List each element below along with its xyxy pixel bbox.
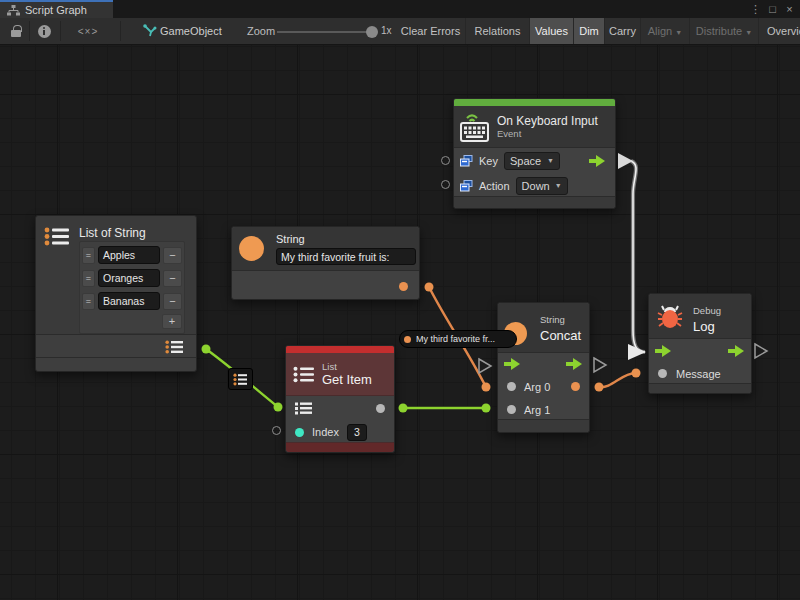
gameobject-icon [140,18,158,44]
flow-output-port[interactable] [566,358,583,370]
align-label: Align [648,25,672,37]
list-item-field[interactable]: Bananas [98,292,160,310]
input-binding-icon [460,180,473,192]
remove-item-button[interactable]: − [163,293,182,310]
node-string-literal[interactable]: String My third favorite fruit is: [231,226,420,300]
key-value: Space [510,155,541,167]
node-concat[interactable]: String Concat Arg 0 Arg 1 [497,302,590,433]
overview-button[interactable]: Overview [758,18,800,44]
node-title: String [276,233,305,245]
distribute-label: Distribute [696,25,742,37]
list-icon [293,366,315,383]
lock-button[interactable] [4,18,28,44]
string-type-icon [239,236,264,261]
chevron-down-icon: ▼ [555,182,562,189]
flow-output-port[interactable] [589,155,606,167]
string-value-field[interactable]: My third favorite fruit is: [276,248,416,265]
node-list-of-string[interactable]: List of String = Apples − = Oranges − = … [35,215,197,372]
tab-script-graph[interactable]: Script Graph [0,0,113,18]
wire-value-text: My third favorite fr... [416,334,495,344]
values-toggle-button[interactable]: Values [529,18,573,44]
node-title: Concat [540,328,581,343]
chevron-down-icon: ▼ [675,29,682,36]
index-input-port[interactable] [295,428,304,437]
distribute-dropdown[interactable]: Distribute ▼ [689,18,758,44]
input-binding-icon [460,155,473,167]
result-output-port[interactable] [571,382,580,391]
title-bar: Script Graph ⋮ □ × [0,0,800,18]
lock-icon [11,30,21,37]
menu-icon[interactable]: ⋮ [747,0,764,18]
flow-output-port[interactable] [728,345,745,357]
keyboard-icon [459,110,491,144]
add-item-button[interactable]: + [162,314,182,329]
node-on-keyboard-input[interactable]: On Keyboard Input Event Key Space ▼ [453,98,616,209]
zoom-slider-track[interactable] [277,31,367,33]
maximize-icon[interactable]: □ [764,0,781,18]
event-color-bar [454,99,615,106]
key-dropdown[interactable]: Space ▼ [504,152,560,170]
arg1-input-port[interactable] [507,405,516,414]
bug-icon [657,304,683,330]
code-view-icon: <×> [78,26,99,37]
node-subtitle: Event [497,128,598,139]
toolbar-separator [29,21,30,41]
zoom-label: Zoom [247,18,275,44]
zoom-slider-knob[interactable] [366,26,378,38]
zoom-value: 1x [381,18,392,44]
item-output-port[interactable] [376,404,385,413]
tab-title: Script Graph [25,4,87,16]
index-value-field[interactable]: 3 [347,424,367,441]
list-icon [44,227,71,246]
chevron-down-icon: ▼ [745,29,752,36]
graph-canvas[interactable]: On Keyboard Input Event Key Space ▼ [0,45,800,600]
wire-list-preview [228,368,253,390]
gameobject-label[interactable]: GameObject [160,18,222,44]
info-icon [38,25,51,38]
drag-handle[interactable]: = [82,247,95,264]
remove-item-button[interactable]: − [163,247,182,264]
string-value-dot [404,336,411,343]
window-controls: ⋮ □ × [747,0,798,18]
key-input-port[interactable] [441,156,450,165]
relations-button[interactable]: Relations [465,18,529,44]
drag-handle[interactable]: = [82,270,95,287]
arg0-label: Arg 0 [524,381,550,393]
arg0-input-port[interactable] [507,382,516,391]
action-dropdown[interactable]: Down ▼ [516,177,568,195]
node-get-item[interactable]: List Get Item Index 3 [285,345,395,453]
list-icon [233,373,248,386]
error-color-bar [286,346,394,353]
info-button[interactable] [32,18,56,44]
arg1-label: Arg 1 [524,404,550,416]
index-port-outer-ring[interactable] [272,426,281,435]
list-output-port[interactable] [165,340,184,354]
list-input-port[interactable] [295,402,312,415]
drag-handle[interactable]: = [82,293,95,310]
align-dropdown[interactable]: Align ▼ [640,18,689,44]
graph-icon [7,5,20,16]
node-footer [454,196,615,208]
toolbar-separator [120,21,121,41]
list-item-field[interactable]: Oranges [98,269,160,287]
toolbar-separator [60,21,61,41]
node-footer [498,419,589,432]
string-output-port[interactable] [399,282,408,291]
dim-toggle-button[interactable]: Dim [573,18,604,44]
message-input-port[interactable] [658,369,667,378]
flow-input-port[interactable] [655,345,672,357]
code-view-button[interactable]: <×> [62,18,114,44]
wire-value-preview: My third favorite fr... [399,330,517,348]
node-title: Log [693,319,715,334]
action-input-port[interactable] [441,180,450,189]
node-debug-log[interactable]: Debug Log Message [648,293,752,394]
action-value: Down [522,180,550,192]
node-footer [649,383,751,393]
carry-button[interactable]: Carry [604,18,640,44]
flow-input-port[interactable] [504,358,521,370]
clear-errors-button[interactable]: Clear Errors [396,18,465,44]
list-item-field[interactable]: Apples [98,246,160,264]
node-title: Get Item [322,372,372,387]
close-icon[interactable]: × [781,0,798,18]
remove-item-button[interactable]: − [163,270,182,287]
